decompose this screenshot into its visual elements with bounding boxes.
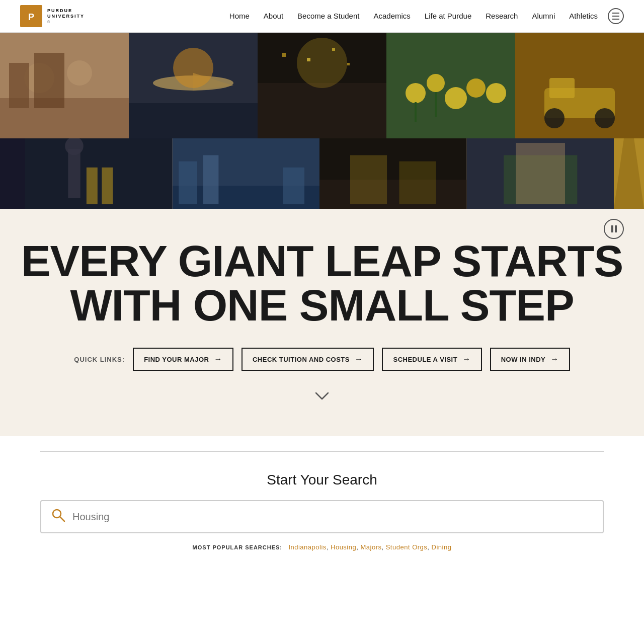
check-tuition-button[interactable]: CHECK TUITION AND COSTS → <box>242 348 374 371</box>
svg-point-21 <box>406 83 426 103</box>
svg-rect-44 <box>319 138 467 209</box>
svg-rect-9 <box>129 103 258 138</box>
svg-rect-34 <box>25 138 173 209</box>
nav-logo[interactable]: P PURDUE UNIVERSITY ® <box>20 5 101 27</box>
svg-point-12 <box>173 48 213 88</box>
svg-rect-18 <box>307 58 310 61</box>
search-input[interactable] <box>72 511 593 523</box>
svg-rect-26 <box>415 102 417 122</box>
svg-rect-6 <box>9 63 29 108</box>
arrow-right-icon: → <box>355 355 363 364</box>
svg-rect-46 <box>350 155 387 204</box>
svg-point-10 <box>153 75 233 91</box>
search-section: Start Your Search MOST POPULAR SEARCHES:… <box>0 452 644 581</box>
quick-links: QUICK LINKS: FIND YOUR MAJOR → CHECK TUI… <box>20 348 624 371</box>
arrow-right-icon: → <box>550 355 559 364</box>
photo-11 <box>614 138 644 209</box>
svg-rect-8 <box>129 33 258 138</box>
nav-research[interactable]: Research <box>486 12 518 20</box>
pause-button[interactable] <box>604 219 624 239</box>
arrow-right-icon: → <box>214 355 222 364</box>
pause-icon <box>611 225 617 232</box>
hero-heading: EVERY GIANT LEAP STARTS WITH ONE SMALL S… <box>20 239 624 328</box>
popular-search-indianapolis[interactable]: Indianapolis <box>288 543 326 551</box>
popular-searches: MOST POPULAR SEARCHES: Indianapolis, Hou… <box>40 543 604 551</box>
svg-rect-2 <box>0 33 129 138</box>
photo-2 <box>129 33 258 138</box>
svg-point-4 <box>24 63 54 93</box>
popular-search-housing[interactable]: Housing <box>331 543 356 551</box>
photo-6 <box>0 138 25 209</box>
svg-point-15 <box>297 38 347 88</box>
svg-point-23 <box>445 87 467 109</box>
photo-5 <box>515 33 644 138</box>
photo-1 <box>0 33 129 138</box>
svg-rect-43 <box>283 168 304 204</box>
svg-rect-32 <box>549 78 575 98</box>
svg-rect-19 <box>347 63 350 65</box>
search-title: Start Your Search <box>40 472 604 488</box>
svg-rect-13 <box>258 33 386 138</box>
svg-rect-3 <box>0 98 129 138</box>
now-in-indy-button[interactable]: NOW IN INDY → <box>490 348 570 371</box>
chevron-down-icon <box>314 391 330 401</box>
svg-rect-37 <box>87 168 98 204</box>
svg-rect-51 <box>614 138 644 209</box>
popular-search-student-orgs[interactable]: Student Orgs <box>386 543 428 551</box>
svg-text:P: P <box>28 12 34 22</box>
nav-become-student[interactable]: Become a Student <box>297 12 359 20</box>
svg-rect-45 <box>319 180 467 209</box>
photo-10 <box>467 138 614 209</box>
svg-rect-33 <box>0 138 25 209</box>
photo-4 <box>386 33 515 138</box>
svg-rect-39 <box>173 138 320 209</box>
svg-point-24 <box>466 78 486 98</box>
photo-8 <box>173 138 320 209</box>
nav-about[interactable]: About <box>264 12 283 20</box>
hero-section: EVERY GIANT LEAP STARTS WITH ONE SMALL S… <box>0 209 644 436</box>
svg-rect-42 <box>203 155 218 204</box>
quick-links-label: QUICK LINKS: <box>74 356 125 363</box>
svg-rect-17 <box>332 48 335 51</box>
popular-search-majors[interactable]: Majors <box>360 543 381 551</box>
search-box <box>40 500 604 533</box>
svg-rect-50 <box>516 143 565 204</box>
svg-rect-14 <box>258 83 386 138</box>
svg-point-25 <box>486 83 506 103</box>
photo-3 <box>258 33 386 138</box>
nav-academics[interactable]: Academics <box>373 12 410 20</box>
menu-icon[interactable] <box>608 8 624 24</box>
svg-marker-52 <box>614 138 644 209</box>
photo-grid-bottom <box>0 138 644 209</box>
schedule-visit-button[interactable]: SCHEDULE A VISIT → <box>382 348 481 371</box>
nav-alumni[interactable]: Alumni <box>532 12 555 20</box>
nav-links: Home About Become a Student Academics Li… <box>229 12 598 21</box>
svg-rect-29 <box>544 88 615 118</box>
svg-rect-47 <box>399 162 436 204</box>
svg-rect-41 <box>179 162 197 204</box>
nav-life-at-purdue[interactable]: Life at Purdue <box>425 12 471 20</box>
find-your-major-button[interactable]: FIND YOUR MAJOR → <box>133 348 233 371</box>
popular-search-dining[interactable]: Dining <box>432 543 452 551</box>
svg-marker-11 <box>193 73 233 91</box>
photo-9 <box>319 138 467 209</box>
svg-rect-49 <box>504 155 577 204</box>
svg-line-54 <box>60 517 64 521</box>
svg-rect-35 <box>68 149 80 198</box>
photo-7 <box>25 138 173 209</box>
svg-rect-20 <box>386 33 515 138</box>
nav-home[interactable]: Home <box>229 12 250 20</box>
svg-point-36 <box>65 138 84 155</box>
photo-grid-top <box>0 33 644 138</box>
svg-rect-7 <box>34 53 64 108</box>
svg-rect-27 <box>435 92 437 117</box>
main-nav: P PURDUE UNIVERSITY ® Home About Become … <box>0 0 644 33</box>
chevron-down[interactable] <box>20 391 624 401</box>
nav-athletics[interactable]: Athletics <box>569 12 598 20</box>
purdue-logo-icon: P <box>20 5 42 27</box>
svg-rect-48 <box>467 138 614 209</box>
svg-point-22 <box>427 74 445 92</box>
svg-point-31 <box>595 108 615 128</box>
search-icon <box>51 508 65 525</box>
svg-rect-28 <box>515 33 644 138</box>
